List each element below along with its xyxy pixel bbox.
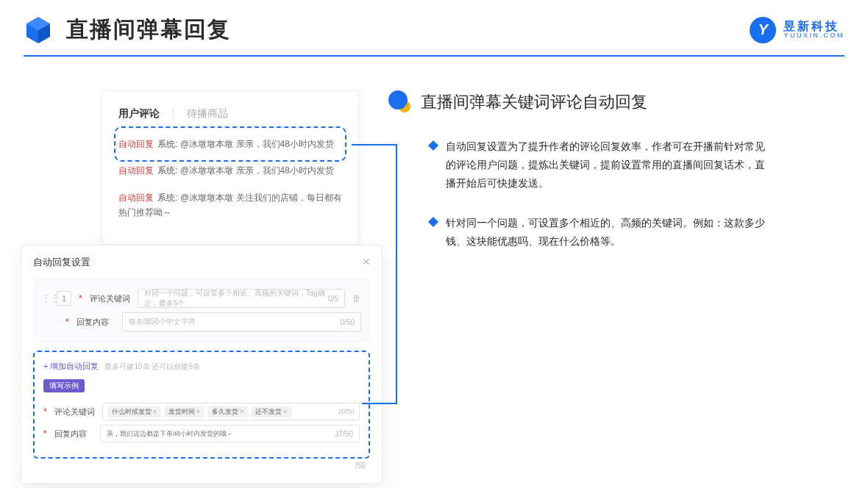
header-left: 直播间弹幕回复 — [24, 15, 231, 45]
content: 用户评论 待播商品 自动回复 系统: @冰墩墩本墩 亲亲，我们48小时内发货 自… — [0, 57, 868, 271]
example-tag-input[interactable]: 什么时候发货× 发货时间× 多久发货× 还不发货× 20/50 — [102, 403, 360, 420]
content-input[interactable]: 每条限50个中文字符 0/50 — [122, 312, 361, 331]
placeholder: 每条限50个中文字符 — [129, 317, 196, 327]
modal-header: 自动回复设置 × — [33, 254, 370, 270]
comments-card: 用户评论 待播商品 自动回复 系统: @冰墩墩本墩 亲亲，我们48小时内发货 自… — [102, 90, 359, 245]
auto-reply-settings-modal: 自动回复设置 × ⋮⋮ 1 * 评论关键词 对同一个问题，可设置多个相近、高频的… — [21, 245, 383, 484]
required-dot: * — [65, 317, 69, 327]
page-header: 直播间弹幕回复 Y 昱新科技 YUUXIN.COM — [0, 0, 868, 45]
system-label: 系统: — [157, 165, 177, 176]
char-count: 37/50 — [335, 430, 353, 438]
right-column: 直播间弹幕关键词评论自动回复 自动回复设置为了提升作者的评论回复效率，作者可在开… — [388, 90, 847, 271]
tag-item[interactable]: 还不发货× — [251, 406, 291, 417]
auto-reply-badge: 自动回复 — [118, 165, 154, 176]
tag-item[interactable]: 发货时间× — [164, 406, 204, 417]
tab-pending-products[interactable]: 待播商品 — [187, 107, 228, 121]
cube-icon — [24, 15, 53, 45]
content-row: * 回复内容 每条限50个中文字符 0/50 — [42, 312, 361, 331]
bullet-item: 自动回复设置为了提升作者的评论回复效率，作者可在开播前针对常见的评论用户问题，提… — [388, 137, 847, 193]
keyword-label: 评论关键词 — [90, 293, 130, 304]
section-title: 直播间弹幕关键词评论自动回复 — [421, 91, 647, 113]
brand-text: 昱新科技 YUUXIN.COM — [783, 20, 844, 40]
reply-item-highlighted: 自动回复 系统: @冰墩墩本墩 亲亲，我们48小时内发货 — [118, 131, 342, 157]
placeholder: 对同一个问题，可设置多个相近、高频的关键词，Tag确定，最多5个 — [144, 288, 328, 309]
tag-remove-icon[interactable]: × — [283, 408, 287, 415]
brand-en: YUUXIN.COM — [783, 32, 844, 40]
tag-count: 20/50 — [338, 408, 355, 415]
drag-handle-icon[interactable]: ⋮⋮ — [42, 293, 49, 304]
reply-text: @冰墩墩本墩 亲亲，我们48小时内发货 — [180, 139, 334, 149]
diamond-bullet-icon — [428, 140, 438, 151]
keyword-label: 评论关键词 — [54, 406, 95, 417]
bottom-count: /50 — [33, 459, 370, 470]
tab-separator — [173, 109, 174, 119]
system-label: 系统: — [157, 139, 177, 149]
tabs: 用户评论 待播商品 — [118, 107, 342, 121]
connector-line — [396, 144, 397, 404]
bullet-text: 自动回复设置为了提升作者的评论回复效率，作者可在开播前针对常见的评论用户问题，提… — [446, 137, 769, 193]
diamond-bullet-icon — [428, 216, 438, 226]
tag-remove-icon[interactable]: × — [153, 408, 157, 415]
char-count: 0/5 — [328, 295, 338, 303]
tag-item[interactable]: 什么时候发货× — [107, 406, 161, 417]
required-dot: * — [43, 428, 47, 439]
auto-reply-badge: 自动回复 — [118, 139, 154, 149]
content-label: 回复内容 — [77, 317, 115, 328]
content-label: 回复内容 — [54, 428, 93, 439]
tag-remove-icon[interactable]: × — [196, 408, 200, 415]
example-content-input[interactable]: 亲，我们这边都是下单48小时内发货的哦～ 37/50 — [100, 425, 360, 442]
reply-rule-block: ⋮⋮ 1 * 评论关键词 对同一个问题，可设置多个相近、高频的关键词，Tag确定… — [33, 277, 370, 343]
add-reply-link[interactable]: + 增加自动回复 — [43, 361, 99, 372]
add-hint: 最多可建10条 还可以创建9条 — [104, 362, 199, 372]
char-count: 0/50 — [341, 318, 355, 326]
tab-user-comments[interactable]: 用户评论 — [118, 107, 160, 121]
content-value: 亲，我们这边都是下单48小时内发货的哦～ — [107, 429, 233, 439]
brand-block: Y 昱新科技 YUUXIN.COM — [750, 17, 844, 43]
connector-line — [362, 403, 397, 404]
brand-cn: 昱新科技 — [783, 20, 844, 33]
tag-remove-icon[interactable]: × — [240, 408, 243, 415]
example-content-row: * 回复内容 亲，我们这边都是下单48小时内发货的哦～ 37/50 — [43, 425, 360, 442]
delete-icon[interactable]: 🗑 — [352, 293, 361, 304]
section-icon — [388, 90, 412, 114]
example-badge: 填写示例 — [43, 379, 85, 392]
reply-item: 自动回复 系统: @冰墩墩本墩 亲亲，我们48小时内发货 — [118, 157, 342, 184]
example-block: + 增加自动回复 最多可建10条 还可以创建9条 填写示例 * 评论关键词 什么… — [33, 351, 370, 459]
connector-line — [352, 144, 397, 146]
reply-text: @冰墩墩本墩 亲亲，我们48小时内发货 — [180, 165, 334, 176]
section-header: 直播间弹幕关键词评论自动回复 — [388, 90, 847, 114]
bullet-item: 针对同一个问题，可设置多个相近的、高频的关键词。例如：这款多少钱、这块能优惠吗、… — [388, 214, 847, 251]
left-column: 用户评论 待播商品 自动回复 系统: @冰墩墩本墩 亲亲，我们48小时内发货 自… — [21, 90, 366, 271]
logo-badge-icon: Y — [750, 17, 776, 43]
order-number: 1 — [57, 291, 71, 306]
keyword-input[interactable]: 对同一个问题，可设置多个相近、高频的关键词，Tag确定，最多5个 0/5 — [138, 289, 345, 308]
keyword-row: ⋮⋮ 1 * 评论关键词 对同一个问题，可设置多个相近、高频的关键词，Tag确定… — [42, 289, 361, 308]
tag-item[interactable]: 多久发货× — [207, 406, 248, 417]
bullet-text: 针对同一个问题，可设置多个相近的、高频的关键词。例如：这款多少钱、这块能优惠吗、… — [446, 214, 769, 251]
required-dot: * — [79, 293, 82, 304]
page-title: 直播间弹幕回复 — [66, 15, 231, 45]
close-icon[interactable]: × — [362, 254, 370, 270]
example-keyword-row: * 评论关键词 什么时候发货× 发货时间× 多久发货× 还不发货× 20/50 — [43, 403, 360, 420]
auto-reply-badge: 自动回复 — [118, 193, 154, 203]
required-dot: * — [43, 406, 47, 417]
modal-title: 自动回复设置 — [33, 256, 90, 269]
system-label: 系统: — [157, 193, 177, 203]
reply-item: 自动回复 系统: @冰墩墩本墩 关注我们的店铺，每日都有热门推荐呦～ — [118, 184, 342, 226]
add-row: + 增加自动回复 最多可建10条 还可以创建9条 — [43, 361, 360, 372]
